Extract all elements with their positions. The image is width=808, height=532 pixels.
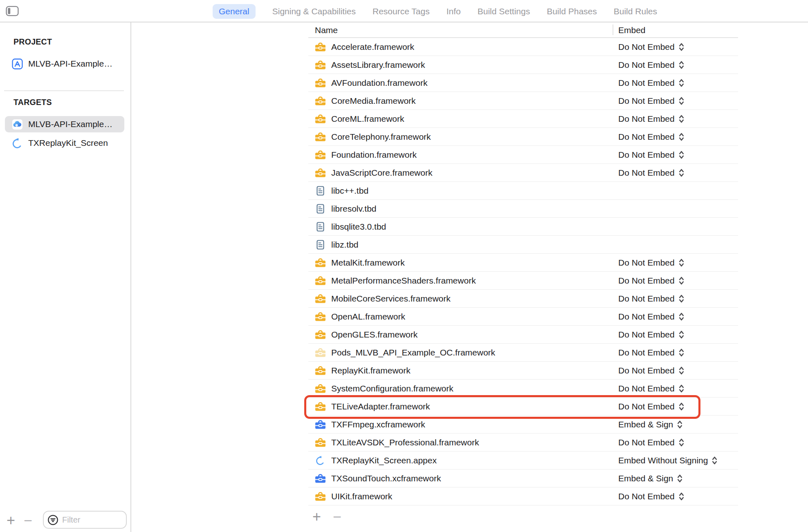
- table-row[interactable]: ReplayKit.frameworkDo Not Embed: [308, 362, 738, 380]
- embed-value: Do Not Embed: [618, 312, 675, 322]
- table-row[interactable]: Accelerate.frameworkDo Not Embed: [308, 38, 738, 56]
- embed-dropdown[interactable]: Do Not Embed: [618, 347, 685, 358]
- embed-dropdown[interactable]: Do Not Embed: [618, 401, 685, 412]
- framework-name: TXLiteAVSDK_Professional.framework: [331, 438, 479, 447]
- filter-field[interactable]: [43, 511, 127, 529]
- table-row[interactable]: UIKit.frameworkDo Not Embed: [308, 487, 738, 505]
- embed-value: Do Not Embed: [618, 114, 675, 124]
- embed-dropdown[interactable]: Do Not Embed: [618, 96, 685, 106]
- table-row[interactable]: TXReplayKit_Screen.appexEmbed Without Si…: [308, 452, 738, 469]
- table-row[interactable]: MetalKit.frameworkDo Not Embed: [308, 254, 738, 272]
- embed-dropdown[interactable]: Do Not Embed: [618, 293, 685, 304]
- framework-name: TELiveAdapter.framework: [331, 402, 430, 411]
- framework-name: OpenAL.framework: [331, 312, 405, 322]
- add-framework-button[interactable]: +: [312, 505, 321, 528]
- table-row[interactable]: TXLiteAVSDK_Professional.frameworkDo Not…: [308, 434, 738, 452]
- stepper-icon: [678, 383, 685, 394]
- table-row[interactable]: TELiveAdapter.frameworkDo Not Embed: [308, 398, 738, 416]
- remove-target-button[interactable]: −: [24, 509, 32, 532]
- table-row[interactable]: JavaScriptCore.frameworkDo Not Embed: [308, 164, 738, 182]
- stepper-icon: [678, 329, 685, 340]
- embed-dropdown[interactable]: Do Not Embed: [618, 132, 685, 142]
- tab-build-rules[interactable]: Build Rules: [614, 4, 657, 19]
- tab-resource-tags[interactable]: Resource Tags: [373, 4, 430, 19]
- sidebar-toggle-icon: [6, 6, 19, 16]
- embed-dropdown[interactable]: Do Not Embed: [618, 491, 685, 502]
- tab-bar: GeneralSigning & CapabilitiesResource Ta…: [213, 0, 657, 22]
- embed-dropdown[interactable]: Embed & Sign: [618, 419, 683, 430]
- embed-column-header: Embed: [618, 25, 646, 35]
- column-divider[interactable]: [613, 25, 613, 35]
- embed-dropdown[interactable]: Do Not Embed: [618, 60, 685, 70]
- table-row[interactable]: TXSoundTouch.xcframeworkEmbed & Sign: [308, 469, 738, 487]
- embed-dropdown[interactable]: Do Not Embed: [618, 311, 685, 322]
- table-row[interactable]: MobileCoreServices.frameworkDo Not Embed: [308, 290, 738, 308]
- framework-name: libresolv.tbd: [331, 204, 377, 214]
- table-row[interactable]: libsqlite3.0.tbd: [308, 218, 738, 236]
- table-row[interactable]: CoreTelephony.frameworkDo Not Embed: [308, 128, 738, 146]
- tab-build-settings[interactable]: Build Settings: [478, 4, 530, 19]
- framework-yellow-icon: [315, 330, 326, 340]
- framework-yellow-icon: [315, 276, 326, 286]
- tab-info[interactable]: Info: [447, 4, 461, 19]
- table-row[interactable]: Foundation.frameworkDo Not Embed: [308, 146, 738, 164]
- filter-input[interactable]: [62, 515, 115, 525]
- embed-dropdown[interactable]: Embed & Sign: [618, 473, 683, 484]
- xcode-window: GeneralSigning & CapabilitiesResource Ta…: [0, 0, 808, 532]
- stepper-icon: [678, 78, 685, 88]
- framework-name: SystemConfiguration.framework: [331, 384, 453, 393]
- table-row[interactable]: CoreML.frameworkDo Not Embed: [308, 110, 738, 128]
- table-row[interactable]: OpenAL.frameworkDo Not Embed: [308, 308, 738, 326]
- name-column-header: Name: [315, 25, 338, 35]
- framework-name: CoreML.framework: [331, 114, 404, 124]
- table-row[interactable]: TXFFmpeg.xcframeworkEmbed & Sign: [308, 416, 738, 434]
- tab-signing-capabilities[interactable]: Signing & Capabilities: [272, 4, 356, 19]
- sidebar-item-target-mlvb-api-example[interactable]: MLVB-API-Example…: [5, 116, 124, 132]
- frameworks-table: Name Embed Accelerate.frameworkDo Not Em…: [308, 22, 738, 528]
- embed-value: Do Not Embed: [618, 276, 675, 286]
- table-row[interactable]: libresolv.tbd: [308, 200, 738, 218]
- table-row[interactable]: MetalPerformanceShaders.frameworkDo Not …: [308, 272, 738, 290]
- embed-value: Do Not Embed: [618, 168, 675, 178]
- remove-framework-button[interactable]: −: [333, 505, 341, 528]
- embed-value: Do Not Embed: [618, 330, 675, 340]
- embed-dropdown[interactable]: Do Not Embed: [618, 329, 685, 340]
- embed-value: Do Not Embed: [618, 384, 675, 393]
- table-row[interactable]: AVFoundation.frameworkDo Not Embed: [308, 74, 738, 92]
- embed-dropdown[interactable]: Do Not Embed: [618, 257, 685, 268]
- framework-yellow-icon: [315, 114, 326, 124]
- table-row[interactable]: SystemConfiguration.frameworkDo Not Embe…: [308, 380, 738, 398]
- embed-dropdown[interactable]: Do Not Embed: [618, 275, 685, 286]
- framework-name: MetalPerformanceShaders.framework: [331, 276, 476, 286]
- tab-build-phases[interactable]: Build Phases: [547, 4, 597, 19]
- table-row[interactable]: libz.tbd: [308, 236, 738, 254]
- embed-dropdown[interactable]: Do Not Embed: [618, 150, 685, 160]
- embed-dropdown[interactable]: Do Not Embed: [618, 78, 685, 88]
- sidebar-item-target-txreplaykit-screen[interactable]: TXReplayKit_Screen: [5, 135, 124, 151]
- tab-general[interactable]: General: [213, 4, 256, 19]
- table-row[interactable]: OpenGLES.frameworkDo Not Embed: [308, 326, 738, 344]
- sidebar-divider: [4, 90, 124, 91]
- sidebar-toggle-button[interactable]: [6, 6, 19, 16]
- embed-value: Do Not Embed: [618, 294, 675, 304]
- framework-name: TXSoundTouch.xcframework: [331, 474, 441, 483]
- embed-dropdown[interactable]: Do Not Embed: [618, 437, 685, 448]
- stepper-icon: [678, 150, 685, 160]
- embed-dropdown[interactable]: Do Not Embed: [618, 42, 685, 52]
- embed-dropdown[interactable]: Embed Without Signing: [618, 455, 718, 466]
- sidebar-item-project[interactable]: MLVB-API-Example…: [5, 56, 124, 72]
- table-row[interactable]: libc++.tbd: [308, 182, 738, 200]
- project-section-label: PROJECT: [13, 37, 52, 47]
- embed-dropdown[interactable]: Do Not Embed: [618, 383, 685, 394]
- tbd-doc-icon: [315, 186, 326, 196]
- embed-dropdown[interactable]: Do Not Embed: [618, 365, 685, 376]
- embed-value: Do Not Embed: [618, 366, 675, 376]
- add-target-button[interactable]: +: [7, 509, 15, 532]
- table-row[interactable]: Pods_MLVB_API_Example_OC.frameworkDo Not…: [308, 344, 738, 362]
- framework-name: TXFFmpeg.xcframework: [331, 420, 425, 429]
- table-row[interactable]: CoreMedia.frameworkDo Not Embed: [308, 92, 738, 110]
- table-row[interactable]: AssetsLibrary.frameworkDo Not Embed: [308, 56, 738, 74]
- embed-dropdown[interactable]: Do Not Embed: [618, 168, 685, 178]
- framework-name: OpenGLES.framework: [331, 330, 417, 340]
- embed-dropdown[interactable]: Do Not Embed: [618, 114, 685, 124]
